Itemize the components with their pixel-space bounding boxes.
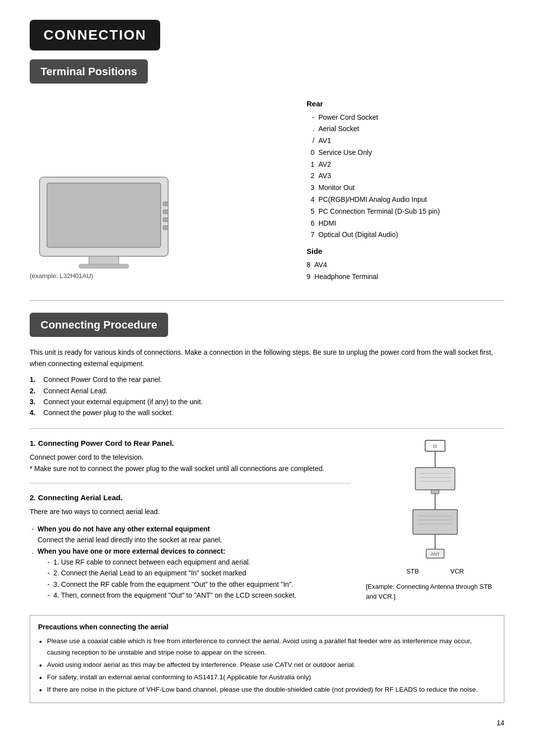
thin-divider-2 [30, 483, 351, 483]
aerial-step-3: 3. Connect the RF cable from the equipme… [45, 579, 351, 590]
rear-item-pc-conn: 5PC Connection Terminal (D-Sub 15 pin) [307, 206, 504, 218]
diagram-col: ⊡ A [366, 438, 504, 606]
subsection1-title: 1. Connecting Power Cord to Rear Panel. [30, 438, 351, 449]
svg-rect-1 [47, 183, 161, 247]
steps-list: 1. Connect Power Cord to the rear panel.… [30, 374, 504, 419]
svg-rect-6 [163, 218, 168, 222]
connection-badge: CONNECTION [30, 20, 160, 50]
svg-rect-17 [413, 510, 457, 534]
subsection2: 2. Connecting Aerial Lead. There are two… [30, 492, 351, 601]
step-1: 1. Connect Power Cord to the rear panel. [30, 374, 504, 385]
page-number: 14 [30, 718, 504, 728]
stb-vcr-labels: STB VCR [391, 567, 480, 576]
svg-rect-3 [79, 264, 129, 268]
side-item-headphone: 9Headphone Terminal [307, 271, 504, 283]
step-2: 2. Connect Aerial Lead. [30, 385, 504, 396]
side-list: 8AV4 9Headphone Terminal [307, 259, 504, 283]
aerial-option1: When you do not have any other external … [30, 523, 351, 546]
connecting-procedure-header: Connecting Procedure [30, 313, 168, 337]
thin-divider-1 [30, 428, 504, 429]
precaution-4: If there are noise in the picture of VHF… [38, 684, 496, 696]
rear-item-hdmi: 6HDMI [307, 218, 504, 230]
svg-rect-4 [163, 202, 168, 206]
side-item-av4: 8AV4 [307, 259, 504, 271]
diagram-caption: [Example: Connecting Antenna through STB… [366, 582, 504, 601]
vcr-label: VCR [450, 567, 464, 576]
precaution-3: For safety, install an external aerial c… [38, 672, 496, 683]
side-label: Side [307, 246, 504, 257]
rear-list: -Power Cord Socket .Aerial Socket /AV1 0… [307, 112, 504, 241]
rear-item-service: 0Service Use Only [307, 147, 504, 159]
step-4: 4. Connect the power plug to the wall so… [30, 407, 504, 418]
rear-item-monitor: 3Monitor Out [307, 182, 504, 194]
subsection1-note: * Make sure not to connect the power plu… [30, 465, 324, 472]
svg-rect-15 [431, 490, 439, 494]
precautions-list: Please use a coaxial cable which is free… [38, 636, 496, 696]
svg-text:⊡: ⊡ [433, 444, 437, 449]
terminal-list: Rear -Power Cord Socket .Aerial Socket /… [297, 94, 504, 285]
antenna-svg: ⊡ A [386, 438, 485, 567]
rear-item-av1: /AV1 [307, 135, 504, 147]
subsection1: 1. Connecting Power Cord to Rear Panel. … [30, 438, 351, 474]
tv-illustration [30, 162, 178, 271]
aerial-step-4: 4. Then, connect from the equipment "Out… [45, 590, 351, 601]
rear-item-power: -Power Cord Socket [307, 112, 504, 124]
detail-section: 1. Connecting Power Cord to Rear Panel. … [30, 438, 504, 606]
svg-rect-7 [163, 226, 168, 230]
aerial-step-2: 2. Connect the Aerial Lead to an equipme… [45, 567, 351, 578]
svg-text:ANT: ANT [431, 552, 440, 557]
rear-item-av3: 2AV3 [307, 170, 504, 182]
svg-rect-11 [415, 468, 455, 490]
terminal-positions-header: Terminal Positions [30, 59, 148, 84]
rear-item-aerial: .Aerial Socket [307, 123, 504, 135]
antenna-diagram: ⊡ A [366, 438, 504, 602]
stb-label: STB [406, 567, 419, 576]
rear-item-optical: 7Optical Out (Digital Audio) [307, 229, 504, 241]
aerial-option2-steps: 1. Use RF cable to connect between each … [38, 557, 351, 601]
precautions-title: Precautions when connecting the aerial [38, 621, 496, 633]
subsection1-body: Connect power cord to the television. * … [30, 452, 351, 474]
subsection2-title: 2. Connecting Aerial Lead. [30, 492, 351, 504]
precautions-box: Precautions when connecting the aerial P… [30, 615, 504, 703]
precaution-2: Avoid using indoor aerial as this may be… [38, 660, 496, 671]
rear-label: Rear [307, 98, 504, 110]
rear-item-av2: 1AV2 [307, 159, 504, 171]
aerial-step-1: 1. Use RF cable to connect between each … [45, 557, 351, 567]
connecting-procedure-section: Connecting Procedure This unit is ready … [30, 313, 504, 418]
example-label: (example: L32H01AU) [30, 271, 282, 281]
svg-rect-2 [89, 256, 119, 265]
terminal-image-area: (example: L32H01AU) [30, 94, 297, 285]
precaution-1: Please use a coaxial cable which is free… [38, 636, 496, 659]
aerial-options: When you do not have any other external … [30, 523, 351, 601]
rear-item-pc-rgb: 4PC(RGB)/HDMI Analog Audio Input [307, 194, 504, 206]
section-divider-1 [30, 300, 504, 301]
aerial-option2: When you have one or more external devic… [30, 546, 351, 601]
subsection2-body: There are two ways to connect aerial lea… [30, 506, 351, 517]
terminal-positions-section: Terminal Positions (example: L32H01AU) [30, 59, 504, 285]
detail-left: 1. Connecting Power Cord to Rear Panel. … [30, 438, 351, 606]
step-3: 3. Connect your external equipment (if a… [30, 396, 504, 407]
svg-rect-5 [163, 210, 168, 214]
connecting-intro: This unit is ready for various kinds of … [30, 347, 504, 369]
